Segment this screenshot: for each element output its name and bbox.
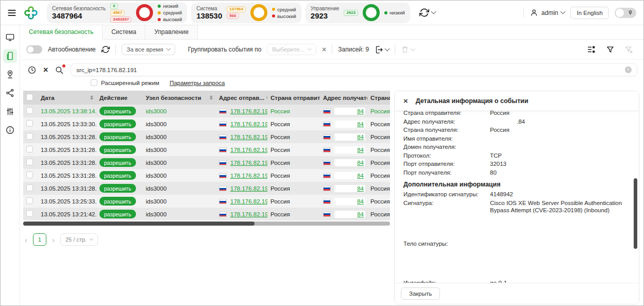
dst-ip-link[interactable]: 84 bbox=[357, 134, 364, 140]
sort-icon[interactable] bbox=[90, 95, 93, 100]
stat-cards: Сетевая безопасность 3487964 04567348339… bbox=[47, 3, 410, 23]
clear-filter-button[interactable] bbox=[624, 45, 633, 54]
export-button[interactable] bbox=[375, 45, 389, 54]
table-row[interactable]: 13.05.2025 13:31:28.070 разрешить ids300… bbox=[23, 182, 390, 195]
language-switch-button[interactable]: In English bbox=[570, 7, 609, 19]
filter-button[interactable] bbox=[606, 45, 615, 54]
column-header-src-ip[interactable]: Адрес отправ... bbox=[216, 91, 267, 105]
query-params-link[interactable]: Параметры запроса bbox=[170, 80, 225, 86]
sidebar-item-settings[interactable] bbox=[3, 105, 17, 118]
row-checkbox[interactable] bbox=[26, 120, 33, 127]
run-search-button[interactable] bbox=[55, 65, 64, 75]
cell-node: ids3000 bbox=[143, 130, 216, 143]
hamburger-menu-icon[interactable] bbox=[7, 8, 17, 18]
cell-date: 13.05.2025 13:25:33.818 bbox=[38, 195, 96, 208]
table-row[interactable]: 13.05.2025 13:31:28.070 разрешить ids300… bbox=[23, 130, 390, 143]
table-row[interactable]: 13.05.2025 13:31:28.070 разрешить ids300… bbox=[23, 143, 390, 156]
vertical-scrollbar-thumb[interactable] bbox=[634, 178, 637, 248]
sidebar-item-events-journal[interactable] bbox=[3, 49, 17, 63]
search-input[interactable]: src_ip=178.176.82.191 × bbox=[71, 63, 637, 76]
stat-card[interactable]: Управление 2923 2923 низкий bbox=[306, 3, 410, 23]
sidebar-item-topology[interactable] bbox=[3, 86, 17, 100]
time-range-select[interactable]: За все время bbox=[122, 44, 175, 55]
divider bbox=[523, 8, 524, 18]
field-label: Порт отправителя: bbox=[403, 160, 490, 168]
select-all-checkbox[interactable] bbox=[26, 94, 33, 100]
src-ip-link[interactable]: 178.176.82.191 bbox=[230, 173, 267, 179]
events-table: Дата Действие Узел безопасности Адрес от… bbox=[23, 91, 390, 220]
delete-button[interactable] bbox=[401, 45, 415, 54]
row-checkbox[interactable] bbox=[26, 159, 33, 165]
sidebar-item-geo[interactable] bbox=[3, 67, 17, 81]
src-ip-link[interactable]: 178.176.82.191 bbox=[230, 134, 267, 140]
dst-ip-link[interactable]: 84 bbox=[357, 173, 364, 179]
column-settings-button[interactable] bbox=[587, 45, 596, 54]
row-checkbox[interactable] bbox=[26, 172, 33, 178]
clear-input-icon[interactable]: × bbox=[625, 66, 632, 73]
src-ip-link[interactable]: 178.176.82.191 bbox=[230, 211, 267, 217]
geo-toggle[interactable] bbox=[615, 8, 636, 18]
clear-grouping-button[interactable]: × bbox=[322, 46, 326, 53]
dst-ip-link[interactable]: 84 bbox=[357, 121, 364, 127]
row-checkbox[interactable] bbox=[26, 133, 33, 140]
user-menu[interactable]: admin bbox=[530, 8, 565, 17]
row-checkbox[interactable] bbox=[26, 184, 33, 191]
dst-ip-link[interactable]: 84 bbox=[357, 185, 364, 192]
page-size-select[interactable]: 25 / стр. bbox=[60, 233, 98, 246]
sidebar-item-info[interactable] bbox=[3, 123, 17, 137]
prev-page-button[interactable]: ‹ bbox=[25, 236, 27, 244]
row-checkbox[interactable] bbox=[26, 210, 33, 217]
advanced-mode-checkbox[interactable]: Расширенный режим bbox=[91, 79, 159, 86]
horizontal-scrollbar[interactable] bbox=[23, 222, 390, 226]
user-icon bbox=[530, 8, 538, 17]
clear-search-button[interactable]: × bbox=[43, 66, 48, 74]
stat-card[interactable]: Система 138530 137964566 среднийвысокий bbox=[191, 3, 301, 23]
cell-dst-country: Россия bbox=[367, 195, 390, 208]
sort-icon[interactable] bbox=[210, 95, 213, 100]
sort-icon[interactable] bbox=[266, 95, 267, 100]
row-checkbox[interactable] bbox=[26, 197, 33, 204]
refresh-table-button[interactable] bbox=[101, 45, 110, 54]
table-row[interactable]: 13.05.2025 13:31:28.070 разрешить ids300… bbox=[23, 169, 390, 182]
src-ip-link[interactable]: 178.176.82.191 bbox=[230, 185, 267, 192]
detail-section-title: Дополнительная информация bbox=[403, 181, 630, 188]
dst-ip-link[interactable]: 84 bbox=[357, 160, 364, 166]
dst-ip-link[interactable]: 84 bbox=[357, 198, 364, 205]
src-ip-link[interactable]: 178.176.82.191 bbox=[230, 198, 267, 205]
table-row[interactable]: 13.05.2025 13:38:14.722 разрешить ids300… bbox=[23, 105, 390, 117]
group-by-select[interactable]: Выберите... bbox=[267, 44, 316, 55]
stat-card[interactable]: Сетевая безопасность 3487964 04567348339… bbox=[47, 3, 187, 23]
count-badge: 566 bbox=[227, 13, 239, 19]
action-badge: разрешить bbox=[99, 120, 136, 128]
dst-ip-link[interactable]: 84 bbox=[357, 211, 364, 217]
src-ip-link[interactable]: 178.176.82.191 bbox=[230, 160, 267, 166]
sidebar-item-dashboard[interactable] bbox=[3, 30, 17, 44]
query-history-button[interactable] bbox=[27, 65, 37, 75]
src-ip-link[interactable]: 178.176.82.191 bbox=[230, 147, 267, 153]
row-checkbox[interactable] bbox=[26, 107, 33, 114]
table-row[interactable]: 13.05.2025 13:33:30.602 разрешить ids300… bbox=[23, 117, 390, 130]
table-row[interactable]: 13.05.2025 13:31:28.070 разрешить ids300… bbox=[23, 156, 390, 169]
close-button[interactable]: Закрыть bbox=[401, 287, 440, 300]
column-header-node[interactable]: Узел безопасности bbox=[143, 91, 216, 105]
next-page-button[interactable]: › bbox=[52, 236, 55, 244]
page-number[interactable]: 1 bbox=[33, 233, 46, 246]
src-ip-link[interactable]: 178.176.82.191 bbox=[230, 121, 267, 127]
column-header-date[interactable]: Дата bbox=[38, 91, 96, 105]
refresh-events-button[interactable] bbox=[419, 8, 435, 18]
group-by-label: Группировать события по bbox=[188, 46, 262, 53]
dst-ip-link[interactable]: 84 bbox=[357, 108, 364, 114]
tab-system[interactable]: Система bbox=[103, 25, 145, 40]
scrollbar-thumb[interactable] bbox=[23, 222, 255, 226]
tab-management[interactable]: Управление bbox=[145, 25, 198, 40]
row-checkbox[interactable] bbox=[26, 146, 33, 152]
table-row[interactable]: 13.05.2025 13:21:42.301 разрешить ids300… bbox=[23, 208, 390, 220]
table-row[interactable]: 13.05.2025 13:25:33.818 разрешить ids300… bbox=[23, 195, 390, 208]
autorefresh-toggle[interactable] bbox=[26, 45, 42, 54]
checkbox[interactable] bbox=[91, 79, 97, 86]
src-ip-link[interactable]: 178.176.82.191 bbox=[230, 108, 267, 114]
tab-network-security[interactable]: Сетевая безопасность bbox=[20, 25, 103, 40]
dst-ip-link[interactable]: 84 bbox=[357, 147, 364, 153]
field-value: 32013 bbox=[490, 160, 630, 168]
close-panel-icon[interactable]: × bbox=[403, 97, 408, 105]
